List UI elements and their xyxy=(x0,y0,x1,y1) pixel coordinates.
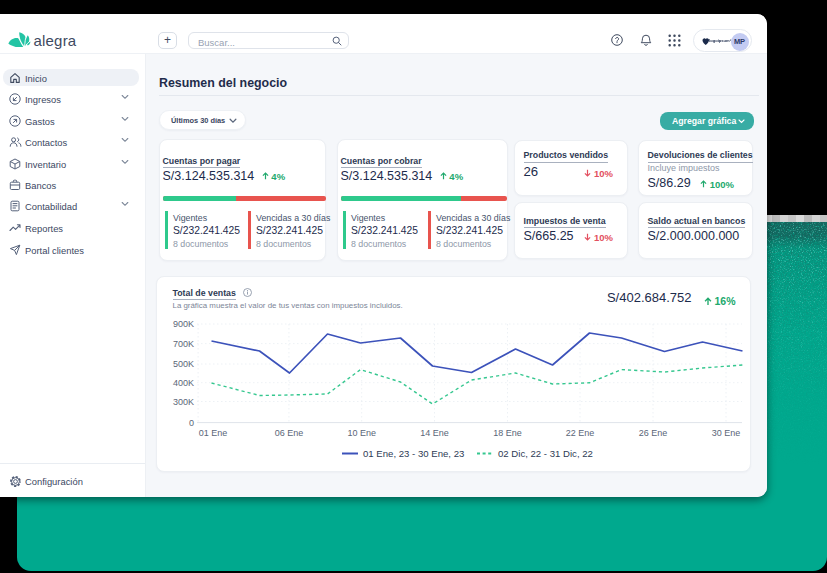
svg-text:06 Ene: 06 Ene xyxy=(274,428,303,438)
svg-text:14 Ene: 14 Ene xyxy=(420,428,449,438)
svg-text:700K: 700K xyxy=(172,339,193,349)
svg-text:01 Ene, 23 - 30 Ene, 23: 01 Ene, 23 - 30 Ene, 23 xyxy=(363,448,464,459)
svg-text:900K: 900K xyxy=(172,319,193,329)
svg-text:18 Ene: 18 Ene xyxy=(493,428,522,438)
svg-text:26 Ene: 26 Ene xyxy=(638,428,667,438)
svg-text:400K: 400K xyxy=(172,378,193,388)
svg-text:10 Ene: 10 Ene xyxy=(347,428,376,438)
svg-text:01 Ene: 01 Ene xyxy=(198,428,227,438)
svg-text:02 Dic, 22 - 31 Dic, 22: 02 Dic, 22 - 31 Dic, 22 xyxy=(498,448,593,459)
svg-text:0: 0 xyxy=(188,418,193,428)
svg-text:30 Ene: 30 Ene xyxy=(711,428,740,438)
svg-text:300K: 300K xyxy=(172,397,193,407)
svg-text:500K: 500K xyxy=(172,359,193,369)
svg-text:22 Ene: 22 Ene xyxy=(565,428,594,438)
